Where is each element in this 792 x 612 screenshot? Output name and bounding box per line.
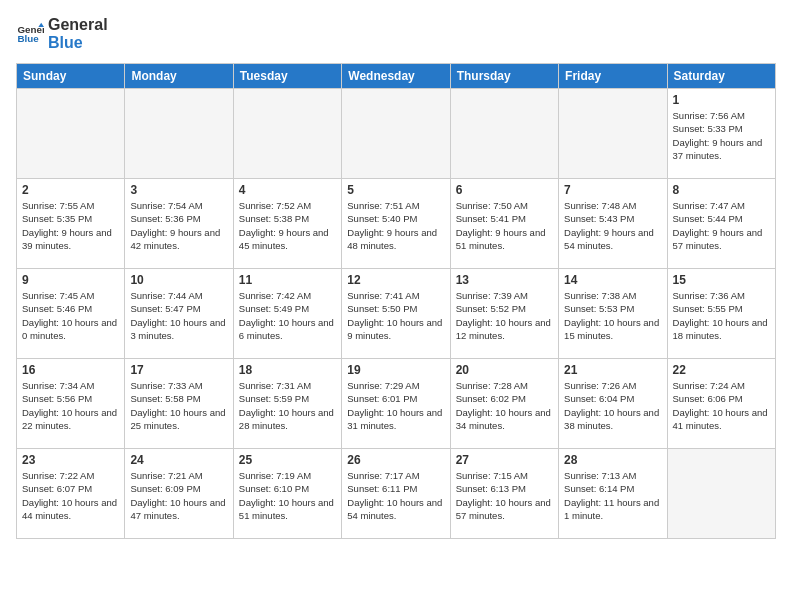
day-cell: 26Sunrise: 7:17 AM Sunset: 6:11 PM Dayli… xyxy=(342,449,450,539)
day-cell: 19Sunrise: 7:29 AM Sunset: 6:01 PM Dayli… xyxy=(342,359,450,449)
day-info: Sunrise: 7:33 AM Sunset: 5:58 PM Dayligh… xyxy=(130,379,227,432)
day-number: 9 xyxy=(22,273,119,287)
day-cell: 20Sunrise: 7:28 AM Sunset: 6:02 PM Dayli… xyxy=(450,359,558,449)
day-cell: 12Sunrise: 7:41 AM Sunset: 5:50 PM Dayli… xyxy=(342,269,450,359)
week-row-4: 16Sunrise: 7:34 AM Sunset: 5:56 PM Dayli… xyxy=(17,359,776,449)
day-cell: 21Sunrise: 7:26 AM Sunset: 6:04 PM Dayli… xyxy=(559,359,667,449)
day-info: Sunrise: 7:47 AM Sunset: 5:44 PM Dayligh… xyxy=(673,199,770,252)
day-number: 5 xyxy=(347,183,444,197)
day-cell xyxy=(233,89,341,179)
day-number: 22 xyxy=(673,363,770,377)
day-number: 23 xyxy=(22,453,119,467)
svg-text:Blue: Blue xyxy=(17,33,39,44)
day-cell xyxy=(559,89,667,179)
day-number: 20 xyxy=(456,363,553,377)
logo-text-general: General xyxy=(48,16,108,33)
page-header: General Blue General Blue xyxy=(16,16,776,51)
day-number: 8 xyxy=(673,183,770,197)
day-cell: 3Sunrise: 7:54 AM Sunset: 5:36 PM Daylig… xyxy=(125,179,233,269)
calendar-header-row: SundayMondayTuesdayWednesdayThursdayFrid… xyxy=(17,64,776,89)
day-info: Sunrise: 7:21 AM Sunset: 6:09 PM Dayligh… xyxy=(130,469,227,522)
day-cell: 1Sunrise: 7:56 AM Sunset: 5:33 PM Daylig… xyxy=(667,89,775,179)
day-info: Sunrise: 7:51 AM Sunset: 5:40 PM Dayligh… xyxy=(347,199,444,252)
day-cell: 11Sunrise: 7:42 AM Sunset: 5:49 PM Dayli… xyxy=(233,269,341,359)
day-cell: 9Sunrise: 7:45 AM Sunset: 5:46 PM Daylig… xyxy=(17,269,125,359)
day-info: Sunrise: 7:54 AM Sunset: 5:36 PM Dayligh… xyxy=(130,199,227,252)
day-info: Sunrise: 7:34 AM Sunset: 5:56 PM Dayligh… xyxy=(22,379,119,432)
day-info: Sunrise: 7:56 AM Sunset: 5:33 PM Dayligh… xyxy=(673,109,770,162)
col-header-wednesday: Wednesday xyxy=(342,64,450,89)
day-number: 14 xyxy=(564,273,661,287)
day-info: Sunrise: 7:28 AM Sunset: 6:02 PM Dayligh… xyxy=(456,379,553,432)
day-number: 24 xyxy=(130,453,227,467)
day-number: 15 xyxy=(673,273,770,287)
logo-text-blue: Blue xyxy=(48,34,83,51)
week-row-2: 2Sunrise: 7:55 AM Sunset: 5:35 PM Daylig… xyxy=(17,179,776,269)
day-number: 1 xyxy=(673,93,770,107)
logo: General Blue General Blue xyxy=(16,16,108,51)
day-cell: 4Sunrise: 7:52 AM Sunset: 5:38 PM Daylig… xyxy=(233,179,341,269)
day-info: Sunrise: 7:26 AM Sunset: 6:04 PM Dayligh… xyxy=(564,379,661,432)
week-row-3: 9Sunrise: 7:45 AM Sunset: 5:46 PM Daylig… xyxy=(17,269,776,359)
day-info: Sunrise: 7:29 AM Sunset: 6:01 PM Dayligh… xyxy=(347,379,444,432)
day-info: Sunrise: 7:15 AM Sunset: 6:13 PM Dayligh… xyxy=(456,469,553,522)
day-number: 19 xyxy=(347,363,444,377)
day-number: 25 xyxy=(239,453,336,467)
day-cell: 28Sunrise: 7:13 AM Sunset: 6:14 PM Dayli… xyxy=(559,449,667,539)
day-number: 13 xyxy=(456,273,553,287)
day-cell: 23Sunrise: 7:22 AM Sunset: 6:07 PM Dayli… xyxy=(17,449,125,539)
calendar-table: SundayMondayTuesdayWednesdayThursdayFrid… xyxy=(16,63,776,539)
day-info: Sunrise: 7:45 AM Sunset: 5:46 PM Dayligh… xyxy=(22,289,119,342)
day-info: Sunrise: 7:24 AM Sunset: 6:06 PM Dayligh… xyxy=(673,379,770,432)
day-cell: 25Sunrise: 7:19 AM Sunset: 6:10 PM Dayli… xyxy=(233,449,341,539)
col-header-saturday: Saturday xyxy=(667,64,775,89)
day-info: Sunrise: 7:41 AM Sunset: 5:50 PM Dayligh… xyxy=(347,289,444,342)
day-cell: 14Sunrise: 7:38 AM Sunset: 5:53 PM Dayli… xyxy=(559,269,667,359)
day-cell xyxy=(342,89,450,179)
day-number: 28 xyxy=(564,453,661,467)
col-header-thursday: Thursday xyxy=(450,64,558,89)
day-cell: 10Sunrise: 7:44 AM Sunset: 5:47 PM Dayli… xyxy=(125,269,233,359)
week-row-1: 1Sunrise: 7:56 AM Sunset: 5:33 PM Daylig… xyxy=(17,89,776,179)
day-info: Sunrise: 7:50 AM Sunset: 5:41 PM Dayligh… xyxy=(456,199,553,252)
day-cell: 2Sunrise: 7:55 AM Sunset: 5:35 PM Daylig… xyxy=(17,179,125,269)
day-cell xyxy=(450,89,558,179)
col-header-monday: Monday xyxy=(125,64,233,89)
day-info: Sunrise: 7:31 AM Sunset: 5:59 PM Dayligh… xyxy=(239,379,336,432)
day-cell: 15Sunrise: 7:36 AM Sunset: 5:55 PM Dayli… xyxy=(667,269,775,359)
day-info: Sunrise: 7:13 AM Sunset: 6:14 PM Dayligh… xyxy=(564,469,661,522)
day-number: 27 xyxy=(456,453,553,467)
day-info: Sunrise: 7:17 AM Sunset: 6:11 PM Dayligh… xyxy=(347,469,444,522)
day-cell: 18Sunrise: 7:31 AM Sunset: 5:59 PM Dayli… xyxy=(233,359,341,449)
col-header-tuesday: Tuesday xyxy=(233,64,341,89)
day-info: Sunrise: 7:38 AM Sunset: 5:53 PM Dayligh… xyxy=(564,289,661,342)
col-header-sunday: Sunday xyxy=(17,64,125,89)
day-cell: 24Sunrise: 7:21 AM Sunset: 6:09 PM Dayli… xyxy=(125,449,233,539)
day-cell: 8Sunrise: 7:47 AM Sunset: 5:44 PM Daylig… xyxy=(667,179,775,269)
day-cell: 16Sunrise: 7:34 AM Sunset: 5:56 PM Dayli… xyxy=(17,359,125,449)
day-number: 7 xyxy=(564,183,661,197)
day-number: 26 xyxy=(347,453,444,467)
day-cell: 13Sunrise: 7:39 AM Sunset: 5:52 PM Dayli… xyxy=(450,269,558,359)
day-cell xyxy=(667,449,775,539)
day-info: Sunrise: 7:19 AM Sunset: 6:10 PM Dayligh… xyxy=(239,469,336,522)
day-info: Sunrise: 7:48 AM Sunset: 5:43 PM Dayligh… xyxy=(564,199,661,252)
day-info: Sunrise: 7:22 AM Sunset: 6:07 PM Dayligh… xyxy=(22,469,119,522)
day-info: Sunrise: 7:44 AM Sunset: 5:47 PM Dayligh… xyxy=(130,289,227,342)
day-number: 11 xyxy=(239,273,336,287)
day-number: 6 xyxy=(456,183,553,197)
day-info: Sunrise: 7:39 AM Sunset: 5:52 PM Dayligh… xyxy=(456,289,553,342)
day-number: 2 xyxy=(22,183,119,197)
day-cell: 22Sunrise: 7:24 AM Sunset: 6:06 PM Dayli… xyxy=(667,359,775,449)
day-cell: 7Sunrise: 7:48 AM Sunset: 5:43 PM Daylig… xyxy=(559,179,667,269)
day-number: 4 xyxy=(239,183,336,197)
logo-icon: General Blue xyxy=(16,20,44,48)
day-number: 18 xyxy=(239,363,336,377)
day-number: 12 xyxy=(347,273,444,287)
day-cell: 6Sunrise: 7:50 AM Sunset: 5:41 PM Daylig… xyxy=(450,179,558,269)
day-info: Sunrise: 7:52 AM Sunset: 5:38 PM Dayligh… xyxy=(239,199,336,252)
day-info: Sunrise: 7:55 AM Sunset: 5:35 PM Dayligh… xyxy=(22,199,119,252)
day-number: 16 xyxy=(22,363,119,377)
day-number: 10 xyxy=(130,273,227,287)
day-number: 17 xyxy=(130,363,227,377)
